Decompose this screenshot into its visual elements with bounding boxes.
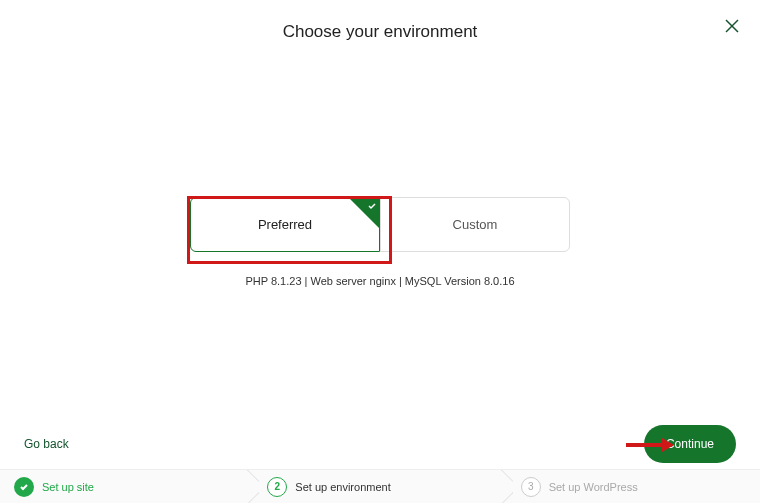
step-3-circle: 3 xyxy=(521,477,541,497)
step-2-label: Set up environment xyxy=(295,481,390,493)
close-icon xyxy=(724,18,740,34)
selected-indicator xyxy=(349,198,379,228)
option-preferred[interactable]: Preferred xyxy=(190,197,380,252)
environment-options: Preferred Custom xyxy=(190,197,570,252)
go-back-link[interactable]: Go back xyxy=(24,437,69,451)
progress-stepper: Set up site 2 Set up environment 3 Set u… xyxy=(0,469,760,503)
close-button[interactable] xyxy=(722,16,742,36)
option-preferred-label: Preferred xyxy=(258,217,312,232)
page-title: Choose your environment xyxy=(0,0,760,42)
step-2: 2 Set up environment xyxy=(253,470,506,503)
option-custom-label: Custom xyxy=(453,217,498,232)
environment-details: PHP 8.1.23 | Web server nginx | MySQL Ve… xyxy=(245,275,514,287)
step-1-label: Set up site xyxy=(42,481,94,493)
checkmark-icon xyxy=(19,482,29,492)
step-3-label: Set up WordPress xyxy=(549,481,638,493)
arrow-icon xyxy=(624,435,674,455)
option-custom[interactable]: Custom xyxy=(380,197,570,252)
step-3: 3 Set up WordPress xyxy=(507,470,760,503)
step-2-circle: 2 xyxy=(267,477,287,497)
checkmark-icon xyxy=(367,201,377,211)
step-1: Set up site xyxy=(0,470,253,503)
annotation-arrow-continue xyxy=(624,435,674,459)
step-1-circle xyxy=(14,477,34,497)
svg-marker-3 xyxy=(662,438,674,452)
